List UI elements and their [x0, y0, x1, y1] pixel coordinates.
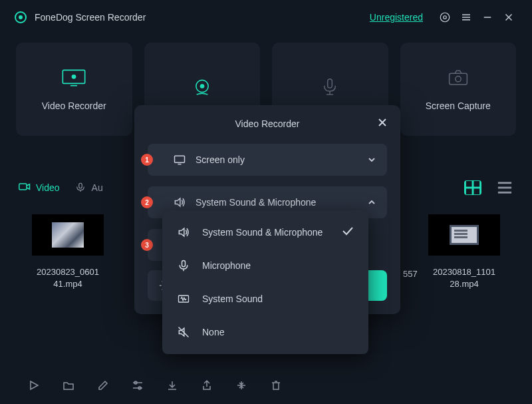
svg-rect-19: [78, 183, 82, 188]
tab-label: Au: [92, 182, 103, 193]
file-name-partial: 557: [403, 269, 418, 279]
mode-screen-capture[interactable]: Screen Capture: [400, 43, 517, 136]
camera-icon: [445, 67, 471, 91]
dropdown-item-none[interactable]: None: [162, 315, 368, 349]
svg-rect-18: [19, 184, 27, 190]
play-icon[interactable]: [28, 379, 40, 391]
dropdown-label: Microphone: [202, 260, 354, 271]
view-list-button[interactable]: [496, 180, 513, 195]
speaker-icon: [177, 226, 190, 239]
share-icon[interactable]: [201, 379, 213, 391]
app-title: FoneDog Screen Recorder: [35, 12, 146, 23]
microphone-icon: [177, 259, 190, 272]
mode-video-recorder[interactable]: Video Recorder: [16, 43, 132, 136]
option-label: Screen only: [196, 154, 367, 165]
library-item[interactable]: 20230823_060141.mp4: [32, 214, 104, 290]
compress-icon[interactable]: [235, 379, 247, 391]
sliders-icon[interactable]: [132, 379, 144, 391]
chevron-down-icon: [367, 155, 376, 164]
monitor-icon: [61, 67, 87, 91]
dropdown-label: System Sound & Microphone: [202, 227, 342, 238]
step-badge: 2: [141, 196, 153, 208]
mode-label: Video Recorder: [42, 101, 106, 111]
tab-video[interactable]: Video: [19, 182, 60, 193]
svg-rect-38: [182, 261, 186, 267]
minimize-button[interactable]: [479, 9, 496, 26]
registration-link[interactable]: Unregistered: [370, 12, 423, 23]
step-badge: 3: [141, 239, 153, 251]
speaker-icon: [173, 196, 186, 209]
svg-point-12: [200, 84, 204, 89]
svg-rect-16: [449, 73, 467, 85]
edit-icon[interactable]: [97, 379, 109, 391]
close-button[interactable]: [500, 9, 517, 26]
step-badge: 1: [141, 154, 153, 166]
webcam-icon: [189, 77, 215, 101]
library-item[interactable]: 20230818_110128.mp4: [428, 214, 500, 290]
audio-source-dropdown: System Sound & Microphone Microphone Sys…: [162, 210, 368, 354]
file-name: 20230823_060141.mp4: [32, 266, 104, 290]
svg-rect-35: [175, 156, 185, 162]
app-logo-icon: [15, 11, 27, 23]
svg-point-0: [440, 13, 450, 22]
check-icon: [342, 226, 354, 238]
modal-close-button[interactable]: [378, 118, 387, 130]
dropdown-label: None: [202, 327, 354, 337]
svg-rect-13: [328, 79, 332, 88]
tab-label: Video: [36, 182, 60, 193]
trash-icon[interactable]: [270, 379, 282, 391]
microphone-icon: [317, 77, 343, 101]
sound-card-icon: [177, 292, 190, 305]
svg-point-17: [456, 77, 461, 82]
thumbnail: [428, 214, 500, 256]
bottom-toolbar: [0, 367, 532, 404]
svg-rect-21: [466, 181, 472, 187]
title-bar: FoneDog Screen Recorder Unregistered: [0, 0, 532, 35]
svg-point-1: [444, 16, 447, 19]
option-screen-source[interactable]: 1 Screen only: [148, 144, 387, 176]
svg-rect-24: [473, 188, 479, 194]
svg-point-9: [72, 75, 76, 79]
tab-audio[interactable]: Au: [74, 182, 103, 193]
folder-icon[interactable]: [63, 379, 74, 391]
mode-label: Screen Capture: [426, 101, 491, 111]
file-name: 20230818_110128.mp4: [428, 266, 500, 290]
dropdown-item-microphone[interactable]: Microphone: [162, 249, 368, 282]
thumbnail: [32, 214, 104, 256]
dropdown-item-system-sound[interactable]: System Sound: [162, 282, 368, 315]
mute-icon: [177, 325, 190, 339]
download-icon[interactable]: [166, 379, 178, 391]
menu-icon[interactable]: [458, 9, 475, 26]
view-grid-button[interactable]: [464, 180, 481, 195]
monitor-icon: [173, 153, 186, 166]
dropdown-item-system-and-mic[interactable]: System Sound & Microphone: [162, 216, 368, 249]
svg-rect-23: [466, 188, 472, 194]
svg-rect-22: [473, 181, 479, 187]
chevron-up-icon: [367, 198, 376, 207]
dropdown-label: System Sound: [202, 294, 354, 304]
modal-title: Video Recorder: [235, 118, 299, 129]
settings-icon[interactable]: [436, 9, 454, 26]
option-label: System Sound & Microphone: [196, 197, 367, 208]
